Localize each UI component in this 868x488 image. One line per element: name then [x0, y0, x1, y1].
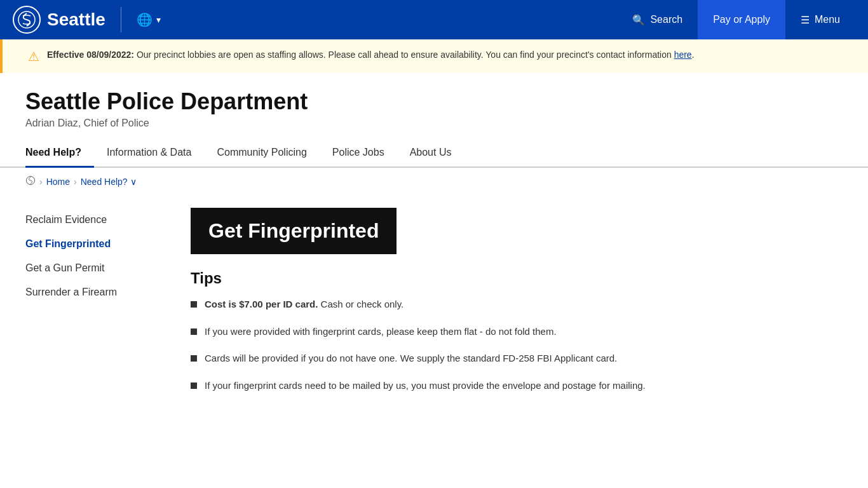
translate-icon: 🌐: [137, 12, 153, 27]
breadcrumb-current[interactable]: Need Help? ∨: [81, 177, 137, 187]
department-header: Seattle Police Department Adrian Diaz, C…: [0, 73, 868, 139]
nav-item-information-data[interactable]: Information & Data: [107, 139, 204, 168]
tip-1-rest: Cash or check only.: [321, 299, 404, 309]
pay-apply-label: Pay or Apply: [713, 14, 770, 25]
city-name: Seattle: [47, 10, 105, 30]
search-button[interactable]: 🔍 Search: [617, 0, 698, 39]
menu-icon: ☰: [801, 14, 810, 26]
logo-icon: [17, 10, 37, 30]
nav-item-need-help[interactable]: Need Help?: [25, 139, 94, 168]
menu-label: Menu: [815, 14, 840, 25]
list-item: Cards will be provided if you do not hav…: [191, 351, 843, 366]
bullet-icon: [191, 383, 197, 389]
bullet-icon: [191, 355, 197, 362]
list-item: If you were provided with fingerprint ca…: [191, 325, 843, 339]
menu-button[interactable]: ☰ Menu: [785, 0, 855, 39]
header-left: Seattle 🌐 ▾: [13, 6, 161, 34]
breadcrumb-current-label: Need Help?: [81, 177, 128, 187]
search-icon: 🔍: [632, 14, 645, 26]
bullet-icon: [191, 301, 197, 308]
sidebar: Reclaim Evidence Get Fingerprinted Get a…: [25, 208, 165, 405]
alert-link[interactable]: here: [674, 50, 692, 60]
breadcrumb-sep-1: ›: [39, 177, 43, 187]
sidebar-item-gun-permit[interactable]: Get a Gun Permit: [25, 256, 165, 280]
bullet-icon: [191, 329, 197, 335]
list-item: Cost is $7.00 per ID card. Cash or check…: [191, 297, 843, 312]
pay-apply-button[interactable]: Pay or Apply: [698, 0, 785, 39]
sidebar-item-surrender-firearm[interactable]: Surrender a Firearm: [25, 280, 165, 304]
alert-banner: ⚠ Effective 08/09/2022: Our precinct lob…: [0, 39, 868, 73]
main-content: Reclaim Evidence Get Fingerprinted Get a…: [0, 195, 868, 418]
page-banner: Get Fingerprinted: [191, 208, 397, 254]
sidebar-item-reclaim-evidence[interactable]: Reclaim Evidence: [25, 208, 165, 232]
nav-item-about-us[interactable]: About Us: [410, 139, 465, 168]
alert-text: Effective 08/09/2022: Our precinct lobbi…: [47, 48, 695, 62]
tip-text-2: If you were provided with fingerprint ca…: [205, 325, 557, 339]
list-item: If your fingerprint cards need to be mai…: [191, 379, 843, 393]
content-area: Get Fingerprinted Tips Cost is $7.00 per…: [191, 208, 843, 405]
page-banner-title: Get Fingerprinted: [208, 219, 379, 242]
breadcrumb: › Home › Need Help? ∨: [0, 168, 868, 195]
nav-item-community-policing[interactable]: Community Policing: [217, 139, 319, 168]
tip-text-1: Cost is $7.00 per ID card. Cash or check…: [205, 297, 403, 312]
dept-subtitle: Adrian Diaz, Chief of Police: [25, 118, 843, 129]
tip-1-bold: Cost is $7.00 per ID card.: [205, 299, 318, 309]
translate-button[interactable]: 🌐 ▾: [137, 12, 161, 27]
nav-item-police-jobs[interactable]: Police Jobs: [332, 139, 397, 168]
seattle-logo[interactable]: Seattle: [13, 6, 105, 34]
dept-title: Seattle Police Department: [25, 88, 843, 115]
tip-text-4: If your fingerprint cards need to be mai…: [205, 379, 646, 393]
alert-heading: Effective 08/09/2022:: [47, 50, 134, 60]
breadcrumb-logo: [25, 175, 36, 187]
chevron-down-icon: ▾: [156, 15, 161, 25]
breadcrumb-chevron: ∨: [130, 177, 137, 187]
header-divider: [121, 7, 121, 32]
search-label: Search: [650, 14, 682, 25]
header-right: 🔍 Search Pay or Apply ☰ Menu: [617, 0, 855, 39]
tips-heading: Tips: [191, 269, 843, 287]
logo-circle: [13, 6, 41, 34]
breadcrumb-home[interactable]: Home: [46, 177, 70, 187]
dept-nav: Need Help? Information & Data Community …: [0, 139, 868, 168]
sidebar-item-get-fingerprinted[interactable]: Get Fingerprinted: [25, 232, 165, 256]
site-header: Seattle 🌐 ▾ 🔍 Search Pay or Apply ☰ Menu: [0, 0, 868, 39]
tips-list: Cost is $7.00 per ID card. Cash or check…: [191, 297, 843, 393]
alert-icon: ⚠: [28, 49, 39, 64]
tip-text-3: Cards will be provided if you do not hav…: [205, 351, 617, 366]
alert-body: Our precinct lobbies are open as staffin…: [137, 50, 674, 60]
breadcrumb-sep-2: ›: [74, 177, 77, 187]
